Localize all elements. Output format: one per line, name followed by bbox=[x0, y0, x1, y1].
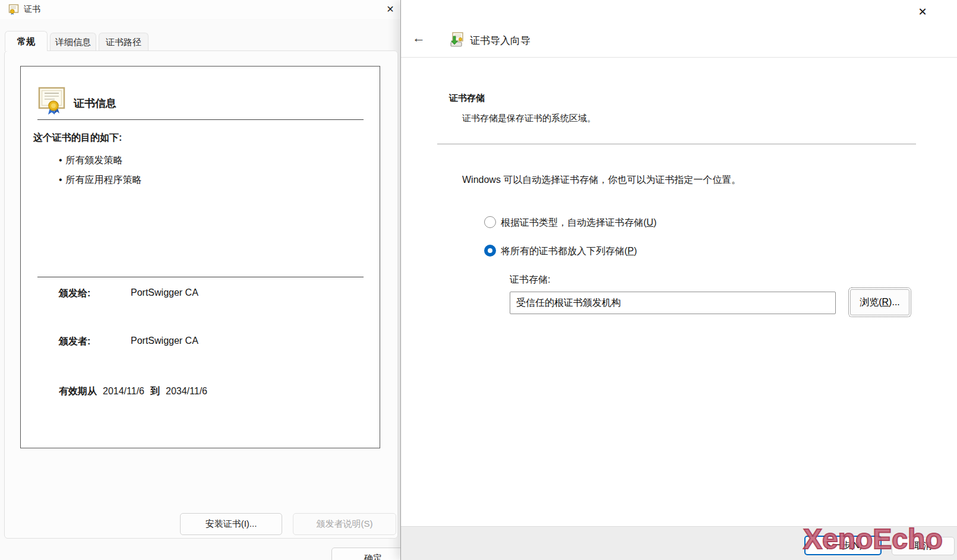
issued-to-label: 颁发给: bbox=[59, 287, 90, 300]
certificate-dialog-close-icon[interactable]: ✕ bbox=[383, 2, 398, 17]
browse-accesskey: R bbox=[882, 297, 889, 307]
issued-by-value: PortSwigger CA bbox=[131, 336, 198, 346]
issuer-statement-button: 颁发者说明(S) bbox=[293, 513, 396, 535]
certificate-store-label: 证书存储: bbox=[510, 274, 550, 286]
issued-to-value: PortSwigger CA bbox=[131, 287, 198, 298]
browse-button[interactable]: 浏览(R)... bbox=[850, 289, 909, 315]
radio-all-accesskey: P bbox=[627, 246, 634, 256]
radio-auto-label-pre: 根据证书类型，自动选择证书存储( bbox=[501, 217, 646, 227]
purpose-item-text: 所有颁发策略 bbox=[66, 155, 123, 165]
divider bbox=[37, 277, 364, 277]
certificate-import-wizard-dialog: ✕ ← 证书导入向导 证书存储 证书存储是保存证书的系统区域。 Windows … bbox=[400, 0, 957, 560]
certificate-large-icon bbox=[38, 86, 67, 115]
tab-certification-path[interactable]: 证书路径 bbox=[99, 33, 149, 50]
valid-to-label: 到 bbox=[150, 386, 160, 396]
tab-details-label: 详细信息 bbox=[55, 37, 91, 47]
valid-from-label: 有效期从 bbox=[59, 386, 97, 396]
radio-place-all-in-store[interactable]: 将所有的证书都放入下列存储(P) bbox=[484, 245, 637, 258]
purpose-title: 这个证书的目的如下: bbox=[33, 132, 122, 144]
valid-from-value: 2014/11/6 bbox=[103, 386, 144, 396]
bullet-icon: • bbox=[59, 175, 62, 185]
radio-auto-select-store[interactable]: 根据证书类型，自动选择证书存储(U) bbox=[484, 216, 656, 229]
section-description: 证书存储是保存证书的系统区域。 bbox=[462, 113, 596, 124]
back-arrow-icon[interactable]: ← bbox=[410, 30, 427, 46]
browse-label-pre: 浏览( bbox=[860, 297, 882, 307]
install-certificate-button[interactable]: 安装证书(I)... bbox=[180, 513, 282, 535]
certificate-dialog-title: 证书 bbox=[24, 4, 40, 15]
certificate-info-heading: 证书信息 bbox=[74, 96, 116, 110]
bullet-icon: • bbox=[59, 155, 62, 165]
radio-all-label-post: ) bbox=[634, 246, 637, 256]
radio-auto-accesskey: U bbox=[646, 217, 653, 227]
certificate-dialog: 证书 ✕ 常规 详细信息 证书路径 证书信息 这个证书的目的如下: bbox=[0, 0, 402, 560]
valid-to-value: 2034/11/6 bbox=[166, 386, 207, 396]
tab-general-label: 常规 bbox=[17, 36, 35, 46]
radio-selected-icon[interactable] bbox=[484, 245, 496, 257]
certificate-dialog-titlebar: 证书 ✕ bbox=[0, 0, 402, 19]
divider bbox=[37, 119, 364, 120]
wizard-close-icon[interactable]: ✕ bbox=[914, 4, 931, 20]
section-title: 证书存储 bbox=[449, 93, 485, 104]
radio-auto-label-post: ) bbox=[653, 217, 656, 227]
cancel-button[interactable]: 取消 bbox=[892, 537, 955, 555]
purpose-item-text: 所有应用程序策略 bbox=[66, 175, 142, 185]
radio-unselected-icon[interactable] bbox=[484, 216, 496, 228]
certificate-import-icon bbox=[449, 31, 465, 48]
validity-row: 有效期从2014/11/6到2034/11/6 bbox=[59, 385, 207, 398]
tab-general[interactable]: 常规 bbox=[5, 31, 48, 51]
tab-details[interactable]: 详细信息 bbox=[50, 33, 96, 50]
certificate-icon bbox=[8, 4, 20, 15]
store-intro-text: Windows 可以自动选择证书存储，你也可以为证书指定一个位置。 bbox=[462, 174, 741, 186]
issued-by-label: 颁发者: bbox=[59, 336, 90, 348]
purpose-item: •所有颁发策略 bbox=[59, 154, 123, 167]
divider bbox=[437, 144, 916, 144]
radio-all-label-pre: 将所有的证书都放入下列存储( bbox=[501, 246, 627, 256]
tab-certification-path-label: 证书路径 bbox=[106, 37, 141, 47]
wizard-title: 证书导入向导 bbox=[470, 34, 530, 48]
certificate-store-input[interactable] bbox=[510, 292, 836, 314]
general-tab-page: 证书信息 这个证书的目的如下: •所有颁发策略 •所有应用程序策略 颁发给: P… bbox=[4, 50, 398, 539]
divider bbox=[401, 57, 957, 58]
browse-label-post: )... bbox=[889, 297, 900, 307]
next-button[interactable]: 下一步(N) bbox=[804, 536, 882, 555]
purpose-item: •所有应用程序策略 bbox=[59, 174, 142, 186]
certificate-info-box: 证书信息 这个证书的目的如下: •所有颁发策略 •所有应用程序策略 颁发给: P… bbox=[20, 66, 380, 448]
